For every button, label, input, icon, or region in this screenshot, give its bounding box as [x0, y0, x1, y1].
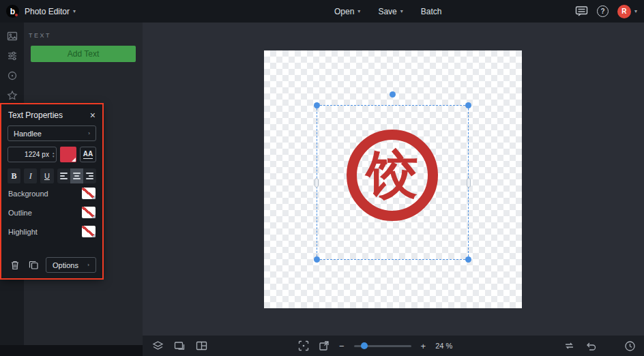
align-left-button[interactable]	[57, 168, 70, 183]
chevron-down-icon: ▾	[73, 9, 76, 14]
add-text-button[interactable]: Add Text	[31, 46, 136, 62]
selection-handle-sw[interactable]	[314, 256, 320, 263]
stepper-down-icon[interactable]: ▾	[53, 155, 55, 158]
font-style-row: B I U	[8, 168, 96, 183]
bold-button[interactable]: B	[8, 168, 20, 183]
font-size-unit: px	[42, 151, 49, 158]
selection-handle-right[interactable]	[467, 178, 471, 188]
save-button[interactable]: Save ▾	[378, 7, 402, 16]
text-properties-title: Text Properties	[8, 110, 63, 120]
letter-case-label: AA	[83, 150, 93, 159]
highlight-row: Highlight	[1, 222, 102, 241]
replace-image-icon[interactable]	[174, 340, 186, 351]
bottom-toolbar: − + 24 %	[143, 336, 644, 356]
align-center-icon	[73, 173, 80, 179]
account-menu[interactable]: R ▾	[617, 5, 637, 18]
options-button[interactable]: Options ›	[46, 257, 96, 273]
help-icon[interactable]: ?	[597, 5, 609, 17]
topbar-right: ? R ▾	[575, 0, 637, 23]
avatar: R	[617, 5, 631, 18]
zoom-out-button[interactable]: −	[339, 342, 345, 351]
save-label: Save	[378, 7, 396, 16]
close-icon[interactable]: ×	[90, 110, 96, 120]
topbar-left: b Photo Editor ▾	[0, 5, 76, 18]
star-icon[interactable]	[6, 89, 18, 101]
bottombar-left-group	[152, 336, 207, 356]
bottombar-right-group	[564, 336, 636, 356]
background-color-swatch[interactable]	[82, 188, 96, 199]
loop-icon[interactable]	[564, 341, 575, 351]
selection-handle-left[interactable]	[314, 178, 319, 188]
panel-bottom-strip	[0, 345, 143, 356]
chevron-right-icon: ›	[87, 263, 89, 268]
panel-section-title: TEXT	[24, 23, 143, 39]
delete-icon[interactable]	[8, 258, 22, 273]
align-center-button[interactable]	[70, 168, 83, 183]
zoom-slider-knob[interactable]	[361, 342, 368, 349]
duplicate-icon[interactable]	[27, 258, 41, 273]
stepper-arrows: ▴ ▾	[53, 151, 55, 158]
help-glyph: ?	[597, 5, 609, 17]
chevron-down-icon: ▾	[400, 9, 403, 14]
selection-handle-ne[interactable]	[465, 102, 471, 108]
adjust-sliders-icon[interactable]	[6, 50, 18, 61]
text-align-group	[57, 168, 97, 183]
batch-button[interactable]: Batch	[421, 7, 442, 16]
chevron-right-icon: ›	[88, 131, 90, 136]
rotate-handle[interactable]	[390, 91, 396, 98]
highlight-color-swatch[interactable]	[82, 226, 96, 237]
undo-icon[interactable]	[585, 341, 596, 351]
font-color-swatch[interactable]	[60, 147, 76, 162]
italic-button[interactable]: I	[24, 168, 37, 183]
canvas-area: 饺	[143, 23, 644, 356]
font-family-select[interactable]: Handlee ›	[8, 125, 96, 141]
top-bar: b Photo Editor ▾ Open ▾ Save ▾ Batch	[0, 0, 644, 23]
zoom-in-button[interactable]: +	[421, 342, 426, 351]
comments-icon[interactable]	[575, 5, 588, 17]
options-label: Options	[53, 261, 78, 269]
open-label: Open	[334, 7, 354, 16]
underline-button[interactable]: U	[40, 168, 53, 183]
app-title-label: Photo Editor	[25, 7, 70, 16]
selection-handle-nw[interactable]	[314, 102, 320, 108]
font-size-stepper[interactable]: 1224 px ▴ ▾	[8, 147, 57, 162]
font-size-value: 1224	[25, 151, 40, 158]
chevron-down-icon: ▾	[634, 9, 637, 14]
selection-box[interactable]	[317, 105, 469, 260]
align-left-icon	[60, 173, 68, 179]
highlight-label: Highlight	[8, 228, 38, 236]
zoom-level: 24 %	[435, 342, 452, 350]
zoom-controls: − + 24 %	[298, 336, 452, 356]
app-logo-icon[interactable]: b	[6, 5, 19, 18]
text-properties-footer: Options ›	[8, 257, 96, 273]
layers-icon[interactable]	[152, 340, 164, 351]
topbar-center: Open ▾ Save ▾ Batch	[334, 0, 441, 23]
canvas-artboard[interactable]: 饺	[264, 50, 522, 308]
zoom-slider[interactable]	[354, 345, 411, 347]
outline-label: Outline	[8, 209, 32, 217]
history-icon[interactable]	[624, 340, 636, 352]
app-title-menu[interactable]: Photo Editor ▾	[25, 7, 76, 16]
effects-icon[interactable]	[6, 70, 18, 81]
background-label: Background	[8, 190, 48, 198]
letter-case-button[interactable]: AA	[80, 147, 96, 162]
text-properties-panel: Text Properties × Handlee › 1224 px ▴ ▾ …	[1, 104, 102, 278]
font-family-value: Handlee	[14, 130, 42, 138]
chevron-down-icon: ▾	[357, 9, 360, 14]
photo-editor-app: b Photo Editor ▾ Open ▾ Save ▾ Batch	[0, 0, 644, 356]
outline-color-swatch[interactable]	[82, 207, 96, 218]
batch-label: Batch	[421, 7, 442, 16]
fit-screen-icon[interactable]	[298, 340, 309, 351]
collage-grid-icon[interactable]	[196, 340, 207, 351]
photo-icon[interactable]	[6, 30, 18, 42]
selection-handle-se[interactable]	[465, 256, 471, 263]
font-size-row: 1224 px ▴ ▾ AA	[8, 147, 96, 162]
outline-row: Outline	[1, 203, 102, 222]
align-right-icon	[86, 173, 93, 179]
background-row: Background	[1, 184, 102, 203]
open-button[interactable]: Open ▾	[334, 7, 360, 16]
fullscreen-icon[interactable]	[319, 340, 330, 351]
align-right-button[interactable]	[83, 168, 96, 183]
text-properties-header: Text Properties ×	[1, 104, 102, 120]
